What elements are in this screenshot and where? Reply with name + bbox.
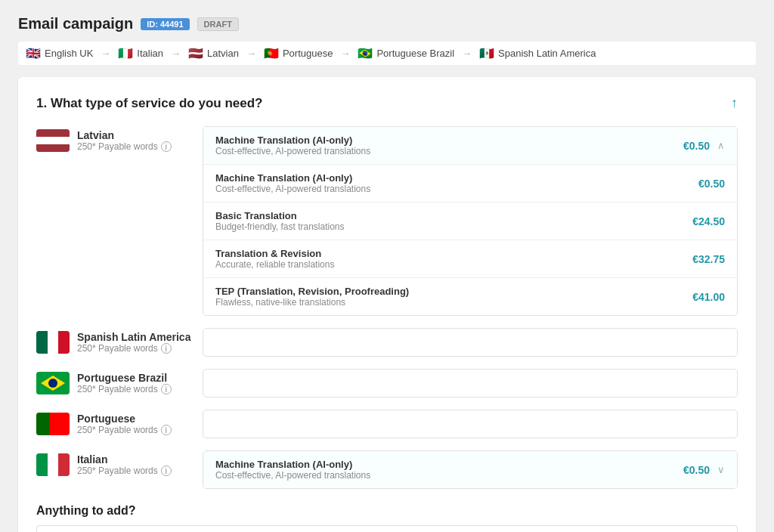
lang-name-latvian: Latvian xyxy=(77,129,172,141)
service-desc-basic: Budget-friendly, fast translations xyxy=(215,221,345,232)
lang-info-spanish: Spanish Latin America 250* Payable words… xyxy=(77,331,190,354)
service-text-basic: Basic Translation Budget-friendly, fast … xyxy=(215,210,345,232)
flag-brazil-box xyxy=(36,372,70,394)
tab-portuguese-brazil-label: Portuguese Brazil xyxy=(376,48,454,59)
section-title: 1. What type of service do you need? xyxy=(36,96,262,111)
service-price-basic: €24.50 xyxy=(692,215,725,227)
id-badge: ID: 44491 xyxy=(141,18,189,30)
service-desc-tep: Flawless, native-like translations xyxy=(215,297,409,308)
service-option-basic[interactable]: Basic Translation Budget-friendly, fast … xyxy=(203,203,737,240)
service-right-basic: €24.50 xyxy=(692,215,725,227)
flag-portugal-box xyxy=(36,413,70,435)
page-header: Email campaign ID: 44491 DRAFT xyxy=(18,15,756,32)
service-desc-tr: Accurate, reliable translations xyxy=(215,259,334,270)
lang-left-spanish: Spanish Latin America 250* Payable words… xyxy=(36,328,203,357)
flag-mx-icon: 🇲🇽 xyxy=(479,46,494,60)
flag-it-icon: 🇮🇹 xyxy=(118,46,133,60)
service-right-tr: €32.75 xyxy=(692,253,725,265)
lang-words-latvian: 250* Payable words i xyxy=(77,141,172,152)
flag-italy-box xyxy=(36,453,70,476)
service-text-mt1: Machine Translation (AI-only) Cost-effec… xyxy=(215,135,370,156)
chevron-down-icon: ∨ xyxy=(717,464,725,475)
service-name-mt1: Machine Translation (AI-only) xyxy=(215,135,370,146)
lang-left-italian: Italian 250* Payable words i xyxy=(36,450,203,489)
language-row-latvian: Latvian 250* Payable words i Machine Tra… xyxy=(36,126,738,316)
service-option-tep[interactable]: TEP (Translation, Revision, Proofreading… xyxy=(203,278,737,315)
info-icon-italian[interactable]: i xyxy=(161,466,172,476)
service-name-it-mt: Machine Translation (AI-only) xyxy=(215,459,370,470)
lang-name-italian: Italian xyxy=(77,453,172,466)
tab-latvian-label: Latvian xyxy=(207,48,239,59)
flag-uk-icon: 🇬🇧 xyxy=(26,46,41,60)
language-row-brazil: Portuguese Brazil 250* Payable words i xyxy=(36,369,738,397)
service-name-basic: Basic Translation xyxy=(215,210,345,221)
service-right-mt2: €0.50 xyxy=(698,178,725,190)
main-card: 1. What type of service do you need? ↑ L… xyxy=(18,77,756,532)
service-price-tr: €32.75 xyxy=(692,253,725,265)
lang-name-brazil: Portuguese Brazil xyxy=(77,372,172,384)
info-icon-latvian[interactable]: i xyxy=(161,141,172,152)
draft-badge: DRAFT xyxy=(197,17,239,31)
flag-pt-icon: 🇵🇹 xyxy=(264,46,279,60)
service-price-it-mt: €0.50 xyxy=(683,464,710,476)
service-panel-spanish xyxy=(203,328,738,357)
service-panel-brazil xyxy=(203,369,738,397)
service-text-tr: Translation & Revision Accurate, reliabl… xyxy=(215,248,334,270)
service-text-mt2: Machine Translation (AI-only) Cost-effec… xyxy=(215,172,370,194)
anything-title: Anything to add? xyxy=(36,504,738,518)
service-right-it-mt: €0.50 ∨ xyxy=(683,464,725,476)
info-icon-spanish[interactable]: i xyxy=(161,343,172,354)
separator: → xyxy=(101,48,110,59)
service-desc-it-mt: Cost-effective, AI-powered translations xyxy=(215,470,370,481)
flag-lv-icon: 🇱🇻 xyxy=(188,46,203,60)
separator: → xyxy=(462,48,472,59)
tab-english-uk-label: English UK xyxy=(45,48,93,59)
lang-words-portuguese: 250* Payable words i xyxy=(77,425,172,435)
tab-portuguese-brazil[interactable]: 🇧🇷 Portuguese Brazil xyxy=(358,46,454,60)
lang-name-spanish: Spanish Latin America xyxy=(77,331,190,343)
info-icon-portuguese[interactable]: i xyxy=(161,425,172,435)
chevron-up-icon: ∧ xyxy=(717,140,725,151)
tab-italian[interactable]: 🇮🇹 Italian xyxy=(118,46,163,60)
service-panel-latvian: Machine Translation (AI-only) Cost-effec… xyxy=(203,126,738,316)
lang-words-brazil: 250* Payable words i xyxy=(77,384,172,394)
lang-left-latvian: Latvian 250* Payable words i xyxy=(36,126,203,316)
tab-english-uk[interactable]: 🇬🇧 English UK xyxy=(26,46,93,60)
service-desc-mt1: Cost-effective, AI-powered translations xyxy=(215,146,370,156)
service-price-mt2: €0.50 xyxy=(698,178,725,190)
tab-portuguese[interactable]: 🇵🇹 Portuguese xyxy=(264,46,333,60)
lang-info-brazil: Portuguese Brazil 250* Payable words i xyxy=(77,372,172,394)
service-option-mt2[interactable]: Machine Translation (AI-only) Cost-effec… xyxy=(203,165,737,203)
flag-mexico-box xyxy=(36,331,70,354)
lang-words-spanish: 250* Payable words i xyxy=(77,343,190,354)
lang-left-portuguese: Portuguese 250* Payable words i xyxy=(36,410,203,438)
page-title: Email campaign xyxy=(18,15,133,32)
service-text-it-mt: Machine Translation (AI-only) Cost-effec… xyxy=(215,459,370,481)
service-option-tr[interactable]: Translation & Revision Accurate, reliabl… xyxy=(203,240,737,278)
language-tabs: 🇬🇧 English UK → 🇮🇹 Italian → 🇱🇻 Latvian … xyxy=(18,42,756,65)
separator: → xyxy=(171,48,181,59)
service-panel-italian: Machine Translation (AI-only) Cost-effec… xyxy=(203,450,738,489)
tab-spanish-latin-america[interactable]: 🇲🇽 Spanish Latin America xyxy=(479,46,596,60)
service-panel-portuguese xyxy=(203,410,738,438)
section-header: 1. What type of service do you need? ↑ xyxy=(36,95,738,111)
notes-textarea[interactable] xyxy=(36,525,738,532)
service-text-tep: TEP (Translation, Revision, Proofreading… xyxy=(215,286,409,308)
separator: → xyxy=(340,48,350,59)
service-option-mt1[interactable]: Machine Translation (AI-only) Cost-effec… xyxy=(203,127,737,165)
service-option-it-mt[interactable]: Machine Translation (AI-only) Cost-effec… xyxy=(203,451,737,488)
service-right-tep: €41.00 xyxy=(692,291,725,303)
separator: → xyxy=(246,48,256,59)
service-price-tep: €41.00 xyxy=(692,291,725,303)
tab-spanish-latin-america-label: Spanish Latin America xyxy=(498,48,596,59)
tab-latvian[interactable]: 🇱🇻 Latvian xyxy=(188,46,239,60)
service-name-tr: Translation & Revision xyxy=(215,248,334,259)
flag-br-icon: 🇧🇷 xyxy=(358,46,373,60)
scroll-up-arrow[interactable]: ↑ xyxy=(731,95,738,111)
lang-info-portuguese: Portuguese 250* Payable words i xyxy=(77,413,172,435)
info-icon-brazil[interactable]: i xyxy=(161,384,172,394)
lang-words-italian: 250* Payable words i xyxy=(77,466,172,476)
lang-info-latvian: Latvian 250* Payable words i xyxy=(77,129,172,152)
anything-section: Anything to add? xyxy=(36,504,738,532)
flag-latvian xyxy=(36,129,70,152)
